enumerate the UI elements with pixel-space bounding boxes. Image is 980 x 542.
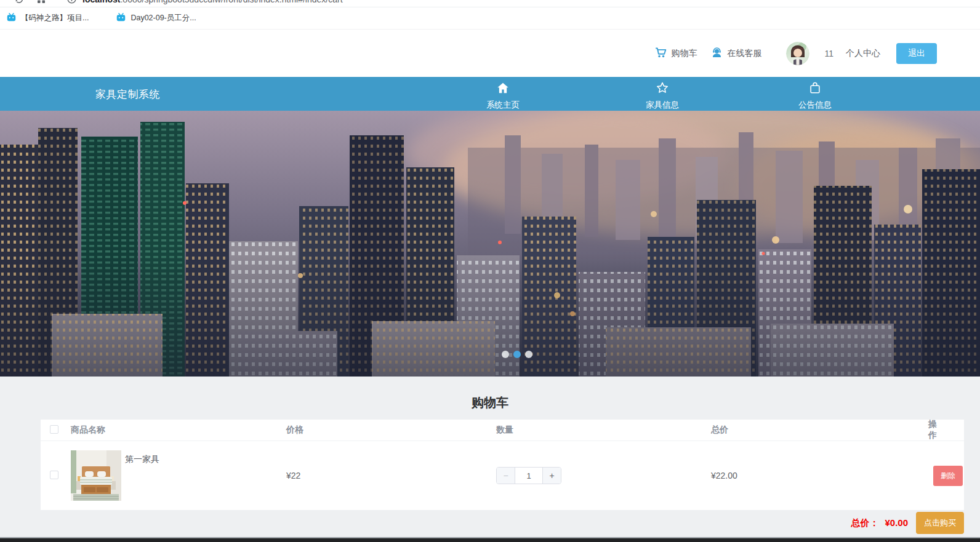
nav-item-label: 公告信息 (798, 100, 832, 111)
browser-address-bar[interactable]: localhost:8080/springboot5udccdfw/front/… (0, 0, 980, 7)
carousel-dot-1[interactable] (502, 351, 509, 358)
quantity-decrease-button[interactable]: − (497, 468, 515, 484)
main-nav: 家具定制系统 系统主页 家具信息 公告信息 (0, 77, 980, 111)
quantity-stepper: − + (496, 467, 561, 484)
grand-total-value: ¥0.00 (885, 517, 908, 528)
column-header-quantity: 数量 (496, 424, 711, 436)
page-title: 购物车 (0, 394, 980, 411)
star-icon (656, 81, 669, 97)
bilibili-icon (116, 12, 126, 25)
cart-link-label: 购物车 (671, 48, 697, 59)
apps-grid-icon[interactable] (36, 0, 47, 5)
product-image[interactable] (71, 450, 121, 501)
profile-link[interactable]: 个人中心 (846, 48, 880, 59)
cart-section: 购物车 商品名称 价格 数量 总价 操作 (0, 377, 980, 537)
delete-button[interactable]: 删除 (933, 466, 963, 486)
row-checkbox[interactable] (50, 471, 58, 479)
carousel-dot-2-active[interactable] (513, 351, 521, 358)
bookmark-label: Day02-09-员工分... (131, 13, 196, 23)
carousel-dots (502, 351, 532, 358)
nav-item-label: 家具信息 (646, 100, 679, 111)
shopping-cart-icon (654, 46, 667, 61)
user-number: 11 (824, 49, 833, 58)
url-text[interactable]: localhost:8080/springboot5udccdfw/front/… (82, 0, 343, 4)
cart-table: 商品名称 价格 数量 总价 操作 (41, 420, 964, 510)
nav-item-home[interactable]: 系统主页 (486, 81, 520, 111)
column-header-operation: 操作 (923, 419, 964, 441)
avatar[interactable] (786, 42, 809, 65)
product-price: ¥22 (286, 471, 496, 480)
shopping-bag-icon (808, 81, 822, 97)
carousel-dot-3[interactable] (525, 351, 532, 358)
quantity-input[interactable] (515, 468, 542, 484)
headset-person-icon (710, 46, 723, 61)
quantity-increase-button[interactable]: + (542, 468, 561, 484)
cart-footer-bar: 总价：¥0.00 点击购买 (0, 510, 980, 536)
buy-button[interactable]: 点击购买 (916, 512, 964, 534)
select-all-checkbox[interactable] (50, 425, 58, 434)
banner-carousel (0, 111, 980, 377)
url-path: :8080/springboot5udccdfw/front/dist/inde… (120, 0, 342, 4)
product-name[interactable]: 第一家具 (125, 450, 159, 501)
row-total-price: ¥22.00 (711, 471, 923, 480)
bookmark-item[interactable]: 【码神之路】项目... (6, 12, 89, 25)
table-row: 第一家具 ¥22 − + ¥22.00 删除 (41, 441, 964, 510)
column-header-price: 价格 (286, 424, 496, 436)
table-header-row: 商品名称 价格 数量 总价 操作 (41, 420, 964, 441)
cart-link[interactable]: 购物车 (654, 46, 697, 61)
bookmark-item[interactable]: Day02-09-员工分... (116, 12, 196, 25)
page-footer-edge (0, 537, 980, 542)
nav-item-notice[interactable]: 公告信息 (798, 81, 832, 111)
info-icon[interactable] (66, 0, 78, 5)
logout-button[interactable]: 退出 (896, 43, 937, 64)
customer-service-link[interactable]: 在线客服 (710, 46, 761, 61)
bookmarks-bar: 【码神之路】项目... Day02-09-员工分... (0, 7, 980, 30)
nav-item-label: 系统主页 (486, 100, 520, 111)
home-icon (496, 81, 510, 97)
reload-icon[interactable] (14, 0, 25, 5)
grand-total: 总价：¥0.00 (851, 517, 908, 529)
bilibili-icon (6, 12, 17, 25)
column-header-total: 总价 (711, 424, 923, 436)
banner-image (0, 111, 980, 377)
column-header-name: 商品名称 (71, 424, 105, 436)
site-header: 购物车 在线客服 (0, 30, 980, 77)
brand-title: 家具定制系统 (95, 87, 160, 101)
customer-service-label: 在线客服 (727, 48, 761, 59)
grand-total-label: 总价： (851, 517, 878, 528)
url-host: localhost (82, 0, 120, 4)
bookmark-label: 【码神之路】项目... (21, 13, 89, 23)
nav-item-furniture[interactable]: 家具信息 (646, 81, 679, 111)
